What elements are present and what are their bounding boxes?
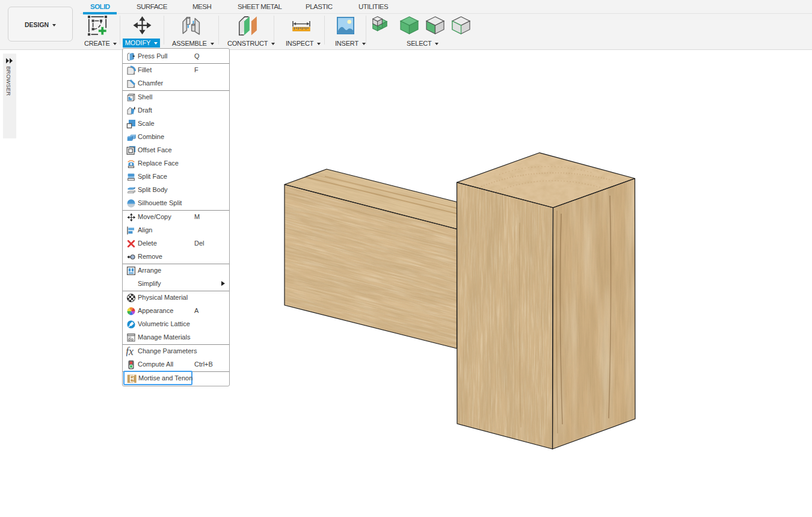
svg-text:fx: fx — [126, 347, 134, 356]
